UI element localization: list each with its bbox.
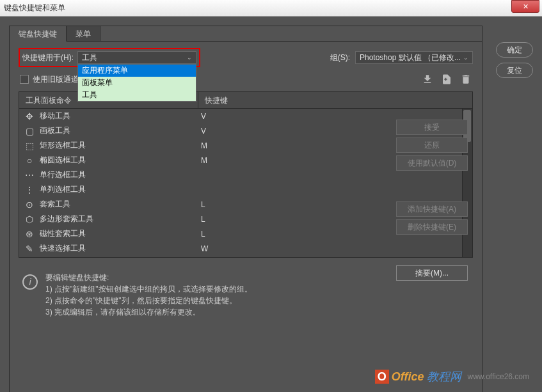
artboard-tool-icon: ▢ (24, 126, 35, 136)
save-set-icon[interactable] (422, 74, 433, 85)
tab-menus[interactable]: 菜单 (67, 26, 100, 41)
tool-key: M (201, 156, 207, 165)
tool-name: 快速选择工具 (40, 243, 201, 254)
tool-name: 移动工具 (40, 111, 201, 122)
legacy-checkbox[interactable] (20, 75, 29, 84)
chevron-down-icon: ⌄ (187, 54, 192, 61)
office-logo-icon: O (375, 370, 389, 384)
info-icon: i (22, 274, 38, 290)
rect-marquee-icon: ⬚ (24, 141, 35, 151)
shortcut-for-value: 工具 (82, 52, 97, 63)
highlighted-shortcut-for: 快捷键用于(H): 工具 ⌄ 应用程序菜单 面板菜单 工具 (19, 48, 200, 67)
shortcut-for-dropdown[interactable]: 工具 ⌄ (77, 51, 196, 64)
use-default-button[interactable]: 使用默认值(D) (396, 155, 468, 171)
dropdown-option[interactable]: 工具 (78, 89, 196, 101)
tool-key: W (201, 244, 208, 253)
watermark-brand: Office (392, 370, 424, 384)
undo-button[interactable]: 还原 (396, 137, 468, 153)
tool-key: L (201, 215, 205, 224)
info-text: 要编辑键盘快捷键: 1) 点按"新建组"按钮创建选中组的拷贝，或选择要修改的组。… (45, 272, 252, 318)
delete-shortcut-button[interactable]: 删除快捷键(E) (396, 219, 468, 235)
col-shortcut: 快捷键 (198, 92, 472, 108)
tool-name: 画板工具 (40, 125, 201, 136)
tool-key: V (201, 112, 206, 121)
row-marquee-icon: ⋯ (24, 170, 35, 180)
tool-name: 套索工具 (40, 199, 201, 210)
window-title: 键盘快捷键和菜单 (4, 3, 65, 13)
tool-name: 单列选框工具 (40, 184, 201, 195)
tool-name: 多边形套索工具 (40, 214, 201, 224)
shortcut-for-label: 快捷键用于(H): (22, 52, 74, 63)
watermark: O Office 教程网 www.office26.com (375, 369, 529, 384)
tab-shortcuts[interactable]: 键盘快捷键 (10, 26, 67, 42)
dropdown-option[interactable]: 面板菜单 (78, 77, 196, 89)
shortcut-for-dropdown-wrap: 工具 ⌄ 应用程序菜单 面板菜单 工具 (77, 51, 196, 64)
reset-button[interactable]: 复位 (496, 63, 533, 78)
dialog-body: 确定 复位 键盘快捷键 菜单 快捷键用于(H): 工具 ⌄ 应 (0, 17, 542, 392)
tool-key: V (201, 127, 206, 136)
add-shortcut-button[interactable]: 添加快捷键(A) (396, 201, 468, 217)
ellipse-marquee-icon: ○ (24, 155, 35, 166)
accept-button[interactable]: 接受 (396, 120, 468, 135)
watermark-url: www.office26.com (468, 372, 530, 381)
dropdown-option[interactable]: 应用程序菜单 (78, 65, 196, 77)
icon-toolbar (422, 74, 472, 85)
shortcut-for-dropdown-list: 应用程序菜单 面板菜单 工具 (77, 64, 196, 102)
close-button[interactable]: ✕ (511, 0, 539, 13)
tool-key: M (201, 141, 207, 150)
info-line: 1) 点按"新建组"按钮创建选中组的拷贝，或选择要修改的组。 (45, 283, 252, 295)
summary-button[interactable]: 摘要(M)... (396, 265, 468, 281)
tab-bar: 键盘快捷键 菜单 (10, 26, 482, 42)
watermark-brand2: 教程网 (427, 369, 461, 384)
side-button-panel: 接受 还原 使用默认值(D) 添加快捷键(A) 删除快捷键(E) 摘要(M)..… (396, 120, 468, 281)
tool-key: L (201, 200, 205, 209)
ok-button[interactable]: 确定 (496, 42, 533, 58)
poly-lasso-icon: ⬡ (24, 214, 35, 224)
lasso-icon: ⊙ (24, 200, 35, 210)
top-controls-row: 快捷键用于(H): 工具 ⌄ 应用程序菜单 面板菜单 工具 组(S): (19, 48, 473, 67)
group-dropdown[interactable]: Photoshop 默认值 （已修改... ⌄ (355, 51, 473, 64)
magnetic-lasso-icon: ⊛ (24, 229, 35, 239)
tool-key: L (201, 230, 205, 239)
quick-select-icon: ✎ (24, 244, 35, 254)
tool-name: 矩形选框工具 (40, 140, 201, 151)
tool-name: 椭圆选框工具 (40, 155, 201, 166)
new-set-icon[interactable] (441, 74, 452, 85)
tool-name: 磁性套索工具 (40, 228, 201, 239)
main-panel: 键盘快捷键 菜单 快捷键用于(H): 工具 ⌄ 应用程序菜单 面板菜单 (9, 26, 482, 392)
info-line: 3) 完成编辑后，请存储该组以存储所有更改。 (45, 306, 252, 318)
group-label: 组(S): (330, 52, 350, 63)
info-heading: 要编辑键盘快捷键: (45, 272, 252, 283)
group-value: Photoshop 默认值 （已修改... (360, 52, 461, 63)
tool-name: 单行选框工具 (40, 169, 201, 180)
info-line: 2) 点按命令的"快捷键"列，然后按要指定的键盘快捷键。 (45, 295, 252, 306)
move-tool-icon: ✥ (24, 111, 35, 122)
titlebar: 键盘快捷键和菜单 ✕ (0, 0, 542, 17)
trash-icon[interactable] (460, 74, 472, 85)
dialog-action-buttons: 确定 复位 (496, 42, 533, 78)
col-marquee-icon: ⋮ (24, 185, 35, 195)
chevron-down-icon: ⌄ (463, 54, 468, 61)
